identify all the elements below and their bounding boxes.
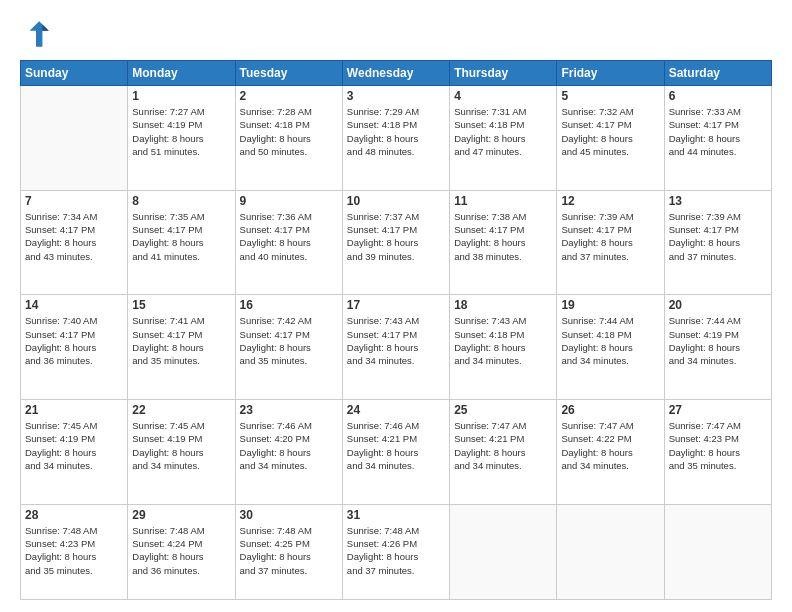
- calendar-cell: 31Sunrise: 7:48 AMSunset: 4:26 PMDayligh…: [342, 504, 449, 599]
- day-info: Sunrise: 7:47 AMSunset: 4:22 PMDaylight:…: [561, 419, 659, 472]
- day-number: 26: [561, 403, 659, 417]
- day-info: Sunrise: 7:38 AMSunset: 4:17 PMDaylight:…: [454, 210, 552, 263]
- day-info: Sunrise: 7:48 AMSunset: 4:26 PMDaylight:…: [347, 524, 445, 577]
- calendar-cell: 7Sunrise: 7:34 AMSunset: 4:17 PMDaylight…: [21, 190, 128, 295]
- calendar-cell: 4Sunrise: 7:31 AMSunset: 4:18 PMDaylight…: [450, 86, 557, 191]
- day-header-saturday: Saturday: [664, 61, 771, 86]
- calendar-header-row: SundayMondayTuesdayWednesdayThursdayFrid…: [21, 61, 772, 86]
- day-info: Sunrise: 7:44 AMSunset: 4:19 PMDaylight:…: [669, 314, 767, 367]
- calendar-cell: [450, 504, 557, 599]
- day-number: 10: [347, 194, 445, 208]
- calendar-cell: 23Sunrise: 7:46 AMSunset: 4:20 PMDayligh…: [235, 400, 342, 505]
- day-number: 11: [454, 194, 552, 208]
- calendar-cell: 11Sunrise: 7:38 AMSunset: 4:17 PMDayligh…: [450, 190, 557, 295]
- day-info: Sunrise: 7:45 AMSunset: 4:19 PMDaylight:…: [132, 419, 230, 472]
- calendar-table: SundayMondayTuesdayWednesdayThursdayFrid…: [20, 60, 772, 600]
- calendar-cell: 12Sunrise: 7:39 AMSunset: 4:17 PMDayligh…: [557, 190, 664, 295]
- day-number: 3: [347, 89, 445, 103]
- day-number: 15: [132, 298, 230, 312]
- calendar-cell: 2Sunrise: 7:28 AMSunset: 4:18 PMDaylight…: [235, 86, 342, 191]
- calendar-cell: 16Sunrise: 7:42 AMSunset: 4:17 PMDayligh…: [235, 295, 342, 400]
- calendar-cell: 15Sunrise: 7:41 AMSunset: 4:17 PMDayligh…: [128, 295, 235, 400]
- day-number: 20: [669, 298, 767, 312]
- day-number: 9: [240, 194, 338, 208]
- day-number: 31: [347, 508, 445, 522]
- day-info: Sunrise: 7:46 AMSunset: 4:21 PMDaylight:…: [347, 419, 445, 472]
- day-info: Sunrise: 7:32 AMSunset: 4:17 PMDaylight:…: [561, 105, 659, 158]
- day-info: Sunrise: 7:47 AMSunset: 4:23 PMDaylight:…: [669, 419, 767, 472]
- day-info: Sunrise: 7:35 AMSunset: 4:17 PMDaylight:…: [132, 210, 230, 263]
- calendar-cell: 28Sunrise: 7:48 AMSunset: 4:23 PMDayligh…: [21, 504, 128, 599]
- day-info: Sunrise: 7:46 AMSunset: 4:20 PMDaylight:…: [240, 419, 338, 472]
- calendar-cell: 18Sunrise: 7:43 AMSunset: 4:18 PMDayligh…: [450, 295, 557, 400]
- day-number: 16: [240, 298, 338, 312]
- day-number: 23: [240, 403, 338, 417]
- day-number: 18: [454, 298, 552, 312]
- day-info: Sunrise: 7:41 AMSunset: 4:17 PMDaylight:…: [132, 314, 230, 367]
- day-header-wednesday: Wednesday: [342, 61, 449, 86]
- day-number: 25: [454, 403, 552, 417]
- calendar-cell: 9Sunrise: 7:36 AMSunset: 4:17 PMDaylight…: [235, 190, 342, 295]
- calendar-cell: 25Sunrise: 7:47 AMSunset: 4:21 PMDayligh…: [450, 400, 557, 505]
- day-number: 13: [669, 194, 767, 208]
- page: SundayMondayTuesdayWednesdayThursdayFrid…: [0, 0, 792, 612]
- day-info: Sunrise: 7:27 AMSunset: 4:19 PMDaylight:…: [132, 105, 230, 158]
- logo: [20, 18, 56, 50]
- calendar-cell: 29Sunrise: 7:48 AMSunset: 4:24 PMDayligh…: [128, 504, 235, 599]
- week-row-2: 14Sunrise: 7:40 AMSunset: 4:17 PMDayligh…: [21, 295, 772, 400]
- calendar-cell: [557, 504, 664, 599]
- calendar-cell: 13Sunrise: 7:39 AMSunset: 4:17 PMDayligh…: [664, 190, 771, 295]
- day-info: Sunrise: 7:31 AMSunset: 4:18 PMDaylight:…: [454, 105, 552, 158]
- day-number: 22: [132, 403, 230, 417]
- day-number: 21: [25, 403, 123, 417]
- day-header-sunday: Sunday: [21, 61, 128, 86]
- calendar-cell: 24Sunrise: 7:46 AMSunset: 4:21 PMDayligh…: [342, 400, 449, 505]
- day-info: Sunrise: 7:47 AMSunset: 4:21 PMDaylight:…: [454, 419, 552, 472]
- day-info: Sunrise: 7:36 AMSunset: 4:17 PMDaylight:…: [240, 210, 338, 263]
- calendar-cell: 27Sunrise: 7:47 AMSunset: 4:23 PMDayligh…: [664, 400, 771, 505]
- day-info: Sunrise: 7:37 AMSunset: 4:17 PMDaylight:…: [347, 210, 445, 263]
- calendar-cell: 1Sunrise: 7:27 AMSunset: 4:19 PMDaylight…: [128, 86, 235, 191]
- day-number: 30: [240, 508, 338, 522]
- calendar-cell: 17Sunrise: 7:43 AMSunset: 4:17 PMDayligh…: [342, 295, 449, 400]
- day-number: 17: [347, 298, 445, 312]
- day-number: 24: [347, 403, 445, 417]
- day-number: 29: [132, 508, 230, 522]
- calendar-cell: [21, 86, 128, 191]
- day-info: Sunrise: 7:29 AMSunset: 4:18 PMDaylight:…: [347, 105, 445, 158]
- day-number: 6: [669, 89, 767, 103]
- day-number: 8: [132, 194, 230, 208]
- day-number: 12: [561, 194, 659, 208]
- calendar-cell: 14Sunrise: 7:40 AMSunset: 4:17 PMDayligh…: [21, 295, 128, 400]
- day-info: Sunrise: 7:39 AMSunset: 4:17 PMDaylight:…: [669, 210, 767, 263]
- calendar-cell: 6Sunrise: 7:33 AMSunset: 4:17 PMDaylight…: [664, 86, 771, 191]
- day-info: Sunrise: 7:40 AMSunset: 4:17 PMDaylight:…: [25, 314, 123, 367]
- calendar-cell: 3Sunrise: 7:29 AMSunset: 4:18 PMDaylight…: [342, 86, 449, 191]
- calendar-cell: 22Sunrise: 7:45 AMSunset: 4:19 PMDayligh…: [128, 400, 235, 505]
- day-info: Sunrise: 7:43 AMSunset: 4:17 PMDaylight:…: [347, 314, 445, 367]
- day-info: Sunrise: 7:39 AMSunset: 4:17 PMDaylight:…: [561, 210, 659, 263]
- week-row-4: 28Sunrise: 7:48 AMSunset: 4:23 PMDayligh…: [21, 504, 772, 599]
- day-info: Sunrise: 7:33 AMSunset: 4:17 PMDaylight:…: [669, 105, 767, 158]
- day-info: Sunrise: 7:48 AMSunset: 4:25 PMDaylight:…: [240, 524, 338, 577]
- week-row-3: 21Sunrise: 7:45 AMSunset: 4:19 PMDayligh…: [21, 400, 772, 505]
- calendar-cell: 30Sunrise: 7:48 AMSunset: 4:25 PMDayligh…: [235, 504, 342, 599]
- svg-marker-0: [30, 21, 49, 47]
- day-number: 7: [25, 194, 123, 208]
- svg-marker-1: [42, 24, 48, 30]
- day-header-thursday: Thursday: [450, 61, 557, 86]
- week-row-0: 1Sunrise: 7:27 AMSunset: 4:19 PMDaylight…: [21, 86, 772, 191]
- day-number: 5: [561, 89, 659, 103]
- day-number: 28: [25, 508, 123, 522]
- day-info: Sunrise: 7:28 AMSunset: 4:18 PMDaylight:…: [240, 105, 338, 158]
- week-row-1: 7Sunrise: 7:34 AMSunset: 4:17 PMDaylight…: [21, 190, 772, 295]
- calendar-cell: 26Sunrise: 7:47 AMSunset: 4:22 PMDayligh…: [557, 400, 664, 505]
- day-number: 2: [240, 89, 338, 103]
- day-info: Sunrise: 7:34 AMSunset: 4:17 PMDaylight:…: [25, 210, 123, 263]
- day-header-tuesday: Tuesday: [235, 61, 342, 86]
- day-number: 19: [561, 298, 659, 312]
- day-info: Sunrise: 7:43 AMSunset: 4:18 PMDaylight:…: [454, 314, 552, 367]
- calendar-cell: 19Sunrise: 7:44 AMSunset: 4:18 PMDayligh…: [557, 295, 664, 400]
- day-info: Sunrise: 7:45 AMSunset: 4:19 PMDaylight:…: [25, 419, 123, 472]
- day-info: Sunrise: 7:48 AMSunset: 4:23 PMDaylight:…: [25, 524, 123, 577]
